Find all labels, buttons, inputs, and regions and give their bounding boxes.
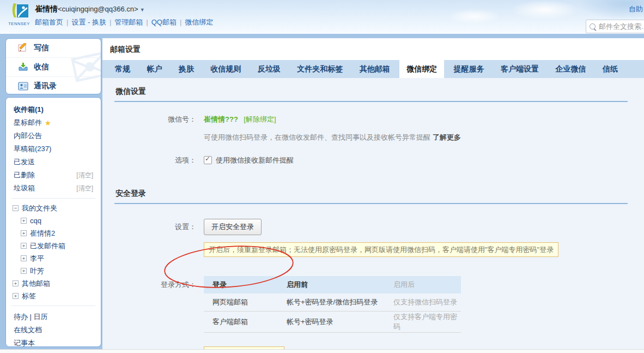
tab-stationery[interactable]: 信纸 (596, 60, 625, 78)
table-row: 网页端邮箱 帐号+密码登录/微信扫码登录 仅支持微信扫码登录 (204, 294, 461, 312)
tab-antispam[interactable]: 反垃圾 (251, 60, 288, 78)
tab-account[interactable]: 帐户 (139, 60, 169, 78)
table-header-row: 登录 启用前 启用后 (204, 276, 461, 294)
wechat-settings-heading: 微信设置 (114, 78, 628, 102)
expand-icon[interactable]: + (13, 280, 19, 286)
search-icon (590, 23, 596, 29)
tree-tags[interactable]: + 标签 (6, 290, 101, 302)
empty-folder-link[interactable]: [清空] (76, 184, 93, 193)
empty-folder-link[interactable]: [清空] (76, 171, 93, 180)
compose-button[interactable]: 写信 (6, 39, 101, 58)
tab-general[interactable]: 常规 (108, 60, 137, 78)
online-docs-link[interactable]: 在线文档 (6, 324, 101, 337)
folder-label: 垃圾箱 (14, 183, 35, 193)
tab-client-settings[interactable]: 客户端设置 (494, 60, 546, 78)
contacts-label: 通讯录 (34, 81, 57, 91)
enable-secure-login-button[interactable]: 开启安全登录 (204, 219, 262, 235)
expand-icon[interactable]: + (21, 243, 27, 249)
folder-label: 收件箱(1) (14, 105, 44, 115)
contacts-button[interactable]: 通讯录 (6, 77, 101, 94)
sidebar-apps: 待办 | 日历 在线文档 记事本 企业网盘 (6, 309, 101, 347)
tree-folder-sent-box[interactable]: + 已发邮件箱 (6, 240, 101, 252)
nav-mail-home[interactable]: 邮箱首页 (35, 18, 63, 26)
folder-label: 草稿箱(237) (14, 144, 51, 154)
user-name: 崔情情 (35, 4, 58, 13)
chevron-down-icon[interactable]: ▼ (140, 7, 145, 13)
expand-icon[interactable]: + (13, 293, 19, 299)
user-email: <cuiqingqing@qq366.cn> (58, 5, 138, 13)
logo-mark-icon (9, 3, 29, 19)
wechat-option-row: 选项： 使用微信接收新邮件提醒 (114, 155, 628, 166)
receive-button[interactable]: 收信 (6, 58, 101, 77)
search-placeholder: 邮件全文搜索... (599, 22, 644, 32)
notebook-link[interactable]: 记事本 (6, 337, 101, 347)
tree-my-folders[interactable]: − 我的文件夹 (6, 202, 101, 214)
tree-label: 我的文件夹 (22, 204, 57, 213)
new-mail-notify-checkbox[interactable] (204, 156, 212, 164)
login-mode-label: 登录方式： (114, 276, 204, 290)
tab-folders-tags[interactable]: 文件夹和标签 (290, 60, 350, 78)
nav-qq-mail[interactable]: QQ邮箱 (151, 18, 177, 26)
tab-skin[interactable]: 换肤 (172, 60, 201, 78)
wechat-account-row: 微信号： 崔情情??? [解除绑定] (114, 114, 628, 125)
cell-client: 客户端邮箱 (204, 312, 284, 333)
nav-wechat-binding[interactable]: 微信绑定 (185, 18, 213, 26)
mail-settings-page: TENNSEY 崔情情<cuiqingqing@qq366.cn>▼ 邮箱首页|… (0, 0, 644, 353)
tree-folder-yefang[interactable]: + 叶芳 (6, 265, 101, 277)
search-input[interactable]: 邮件全文搜索... (586, 20, 644, 33)
header-nav: 邮箱首页|设置 - 换肤|管理邮箱|QQ邮箱|微信绑定 (35, 17, 213, 27)
cell-webmail: 网页端邮箱 (204, 294, 284, 312)
folder-list: 收件箱(1) 星标邮件 ★ 内部公告 草稿箱(237) 已发送 已删除 [清空]… (6, 98, 101, 195)
tree-folder-liping[interactable]: + 李平 (6, 252, 101, 265)
tree-folder-cqq[interactable]: + cqq (6, 214, 101, 227)
folder-tree: − 我的文件夹 + cqq + 崔情情2 + 已发邮件箱 + 李平 + 叶芳 (6, 202, 101, 302)
tree-label: 其他邮箱 (22, 279, 50, 289)
tab-mail-rules[interactable]: 收信规则 (203, 60, 248, 78)
settings-tabs: 常规 帐户 换肤 收信规则 反垃圾 文件夹和标签 其他邮箱 微信绑定 提醒服务 … (102, 60, 644, 78)
receive-icon (18, 62, 28, 72)
sidebar-folders-box: 收件箱(1) 星标邮件 ★ 内部公告 草稿箱(237) 已发送 已删除 [清空]… (5, 97, 101, 347)
tree-label: 李平 (30, 254, 44, 264)
nav-manage-mailbox[interactable]: 管理邮箱 (114, 18, 143, 26)
folder-drafts[interactable]: 草稿箱(237) (6, 142, 101, 155)
folder-inbox[interactable]: 收件箱(1) (6, 103, 101, 116)
tree-other-mailboxes[interactable]: + 其他邮箱 (6, 277, 101, 290)
folder-spam[interactable]: 垃圾箱 [清空] (6, 182, 101, 195)
expand-icon[interactable]: + (21, 268, 27, 274)
secure-login-warning-note: 开启后，须重新登录邮箱；无法使用原密码登录，网页版请使用微信扫码，客户端请使用"… (204, 242, 558, 257)
divider (11, 198, 95, 199)
self-service-link[interactable]: 自助 (629, 4, 643, 14)
tree-label: 崔情情2 (30, 229, 55, 238)
tab-enterprise-wechat[interactable]: 企业微信 (549, 60, 593, 78)
table-row: 客户端邮箱 帐号+密码登录 仅支持客户端专用密码 (204, 312, 461, 333)
new-mail-notify-label: 使用微信接收新邮件提醒 (216, 155, 294, 165)
expand-icon[interactable]: + (21, 230, 27, 236)
page-bottom-strip (0, 349, 644, 353)
login-mode-table: 登录 启用前 启用后 网页端邮箱 帐号+密码登录/微信扫码登录 仅支持微信扫码登… (204, 276, 461, 333)
tab-reminder-service[interactable]: 提醒服务 (447, 60, 491, 78)
secure-login-warning-row: 开启后，须重新登录邮箱；无法使用原密码登录，网页版请使用微信扫码，客户端请使用"… (114, 242, 628, 257)
folder-starred[interactable]: 星标邮件 ★ (6, 116, 101, 129)
folder-label: 已发送 (14, 157, 35, 167)
tab-wechat-binding[interactable]: 微信绑定 (399, 60, 444, 78)
tree-folder-cuiqingqing2[interactable]: + 崔情情2 (6, 227, 101, 240)
todo-calendar-link[interactable]: 待办 | 日历 (6, 310, 101, 324)
col-login: 登录 (204, 276, 284, 294)
nav-separator: | (66, 18, 68, 26)
learn-more-link[interactable]: 了解更多 (433, 133, 461, 141)
expand-icon[interactable]: + (21, 218, 27, 224)
account-menu[interactable]: 崔情情<cuiqingqing@qq366.cn>▼ (35, 4, 145, 14)
collapse-icon[interactable]: − (13, 205, 19, 211)
nav-settings-skin[interactable]: 设置 - 换肤 (71, 18, 106, 26)
cell-webmail-after: 仅支持微信扫码登录 (391, 294, 461, 312)
logo: TENNSEY (7, 3, 32, 26)
expand-icon[interactable]: + (21, 255, 27, 261)
folder-deleted[interactable]: 已删除 [清空] (6, 169, 101, 182)
tab-other-mailboxes[interactable]: 其他邮箱 (353, 60, 397, 78)
cell-client-before: 帐号+密码登录 (284, 312, 391, 333)
cell-webmail-before: 帐号+密码登录/微信扫码登录 (284, 294, 391, 312)
folder-announcements[interactable]: 内部公告 (6, 129, 101, 142)
login-mode-row: 登录方式： 登录 启用前 启用后 网页端邮箱 帐号+密码登录/微信扫码登录 仅支… (114, 276, 628, 333)
unbind-link[interactable]: [解除绑定] (244, 115, 276, 123)
folder-sent[interactable]: 已发送 (6, 155, 101, 169)
